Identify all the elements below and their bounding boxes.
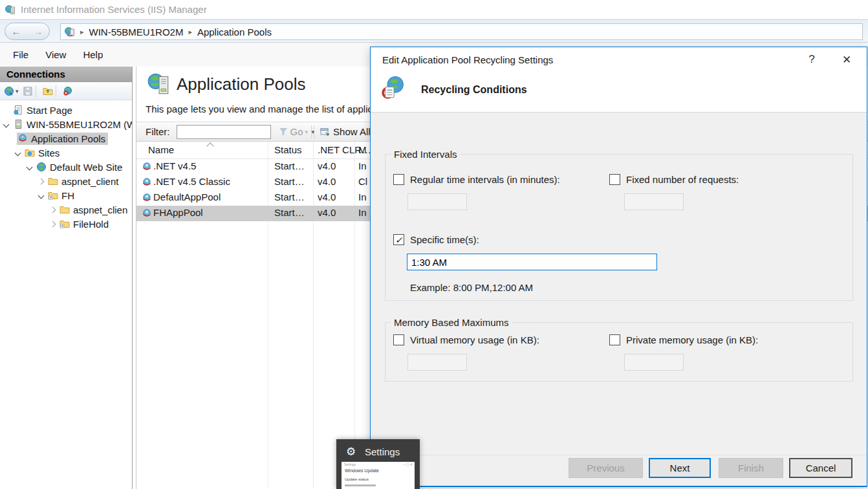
save-icon[interactable] xyxy=(23,86,33,96)
tree-item-sites[interactable]: Sites xyxy=(0,146,132,160)
up-folder-icon[interactable] xyxy=(43,86,53,96)
checkbox-label: Fixed number of requests: xyxy=(626,174,739,185)
connections-toolbar: ▾ xyxy=(0,82,132,100)
cell-name: FHAppPool xyxy=(153,207,203,218)
folder-icon xyxy=(48,176,58,186)
chevron-down-icon[interactable] xyxy=(38,192,45,199)
sort-ascending-icon xyxy=(206,142,213,149)
show-all-label: Show All xyxy=(333,126,371,137)
cell-clr: v4.0 xyxy=(318,160,336,171)
connect-server-icon[interactable] xyxy=(4,86,14,96)
cell-managed: In xyxy=(358,207,367,218)
previous-button[interactable]: Previous xyxy=(569,458,643,478)
toolbar-separator xyxy=(56,85,56,97)
menu-help[interactable]: Help xyxy=(79,47,107,62)
connections-panel: Connections ▾ xyxy=(0,67,133,489)
group-label: Fixed Intervals xyxy=(391,149,461,160)
cell-managed: Cl xyxy=(358,176,367,187)
regular-time-intervals-checkbox[interactable] xyxy=(393,174,404,185)
show-all-button[interactable]: Show All xyxy=(320,126,371,137)
cell-clr: v4.0 xyxy=(318,176,336,187)
cell-managed: In xyxy=(358,191,367,202)
checkbox-label: Private memory usage (in KB): xyxy=(626,334,758,345)
delete-connection-icon[interactable] xyxy=(63,86,73,96)
tree-item-filehold[interactable]: FileHold xyxy=(0,217,132,231)
chevron-right-icon[interactable] xyxy=(50,206,56,213)
tree-item-server[interactable]: WIN-55BMEU1RO2M (W xyxy=(0,117,132,131)
dialog-title: Edit Application Pool Recycling Settings xyxy=(382,54,553,65)
cell-status: Start… xyxy=(274,160,305,171)
tree-item-start-page[interactable]: Start Page xyxy=(0,103,132,117)
folder-icon xyxy=(60,204,70,215)
filter-combobox[interactable]: ▾ xyxy=(177,125,271,139)
next-button[interactable]: Next xyxy=(649,458,711,478)
iis-site-icon xyxy=(65,27,75,37)
app-pool-icon xyxy=(142,208,152,219)
specific-times-checkbox[interactable]: ✓ xyxy=(393,234,404,245)
checkbox-label: Virtual memory usage (in KB): xyxy=(410,334,539,345)
cell-status: Start… xyxy=(274,191,305,202)
column-header-name[interactable]: Name xyxy=(148,144,174,155)
breadcrumb[interactable]: ▸ WIN-55BMEU1RO2M ▸ Application Pools xyxy=(60,23,863,40)
chevron-right-icon[interactable] xyxy=(38,178,45,184)
address-bar: ← → ▸ WIN-55BMEU1RO2M ▸ Application Pool… xyxy=(0,19,868,43)
fixed-requests-checkbox[interactable] xyxy=(609,174,620,185)
selected-highlight: Application Pools xyxy=(17,133,108,145)
close-icon[interactable]: ✕ xyxy=(838,53,856,67)
cell-name: .NET v4.5 Classic xyxy=(153,176,230,187)
combo-caret-icon[interactable]: ▾ xyxy=(311,125,315,138)
page-title: Application Pools xyxy=(177,74,305,94)
specific-times-input[interactable] xyxy=(407,254,657,270)
dialog-header: Edit Application Pool Recycling Settings… xyxy=(371,47,867,113)
memory-maximums-group: Memory Based Maximums Virtual memory usa… xyxy=(385,322,853,382)
cancel-button[interactable]: Cancel xyxy=(789,458,852,478)
toolbar-separator xyxy=(36,85,36,97)
tree-item-application-pools[interactable]: Application Pools xyxy=(0,131,132,146)
filter-input[interactable] xyxy=(177,125,311,138)
settings-taskbar-preview[interactable]: ⚙ Settings Settings ‒ ▢ ✕ Windows Update… xyxy=(336,439,420,489)
chevron-right-icon[interactable] xyxy=(50,221,56,227)
group-label: Memory Based Maximums xyxy=(391,317,512,328)
tree-item-label: Sites xyxy=(38,147,60,158)
tree-item-label: Default Web Site xyxy=(50,162,122,173)
forward-button[interactable]: → xyxy=(34,23,43,39)
virtual-memory-checkbox[interactable] xyxy=(393,334,404,345)
tree-item-fh[interactable]: FH xyxy=(0,188,132,202)
tree-item-aspnet-client[interactable]: aspnet_client xyxy=(0,174,132,188)
settings-window-thumbnail[interactable]: Settings ‒ ▢ ✕ Windows Update Update sta… xyxy=(342,462,415,489)
chevron-down-icon[interactable] xyxy=(3,121,10,127)
tree-item-label: Application Pools xyxy=(31,133,105,144)
start-page-icon xyxy=(13,105,23,115)
chevron-down-icon[interactable] xyxy=(15,149,21,156)
gear-icon: ⚙ xyxy=(346,445,356,459)
sites-folder-icon xyxy=(25,147,35,158)
column-header-status[interactable]: Status xyxy=(274,144,302,155)
window-title: Internet Information Services (IIS) Mana… xyxy=(21,4,207,15)
help-button[interactable]: ? xyxy=(804,53,819,66)
recycling-conditions-icon xyxy=(381,76,406,100)
menu-file[interactable]: File xyxy=(9,47,32,62)
example-text: Example: 8:00 PM,12:00 AM xyxy=(410,282,533,293)
private-memory-checkbox[interactable] xyxy=(609,334,620,345)
finish-button[interactable]: Finish xyxy=(719,458,783,478)
tree-item-default-web-site[interactable]: Default Web Site xyxy=(0,160,132,174)
checkbox-label: Specific time(s): xyxy=(410,234,479,245)
back-button[interactable]: ← xyxy=(12,23,21,39)
private-memory-row: Private memory usage (in KB): xyxy=(609,334,758,345)
filter-label: Filter: xyxy=(146,126,170,137)
breadcrumb-server[interactable]: WIN-55BMEU1RO2M xyxy=(89,27,184,38)
column-header-managed[interactable]: M xyxy=(358,144,367,155)
menu-view[interactable]: View xyxy=(41,47,70,62)
tree-item-label: Start Page xyxy=(27,105,72,116)
globe-icon xyxy=(36,162,47,172)
tree-item-aspnet-client-nested[interactable]: aspnet_clien xyxy=(0,202,132,217)
chevron-down-icon[interactable] xyxy=(27,164,33,170)
tree-item-label: WIN-55BMEU1RO2M (W xyxy=(27,119,132,130)
connect-dropdown-caret-icon[interactable]: ▾ xyxy=(16,88,19,94)
dialog-heading: Recycling Conditions xyxy=(421,84,527,96)
breadcrumb-page[interactable]: Application Pools xyxy=(197,27,272,38)
page-description: This page lets you view and manage the l… xyxy=(146,103,373,114)
virtual-app-folder-icon xyxy=(60,219,70,229)
fixed-requests-input xyxy=(624,193,684,210)
application-pools-page-icon xyxy=(147,72,171,96)
